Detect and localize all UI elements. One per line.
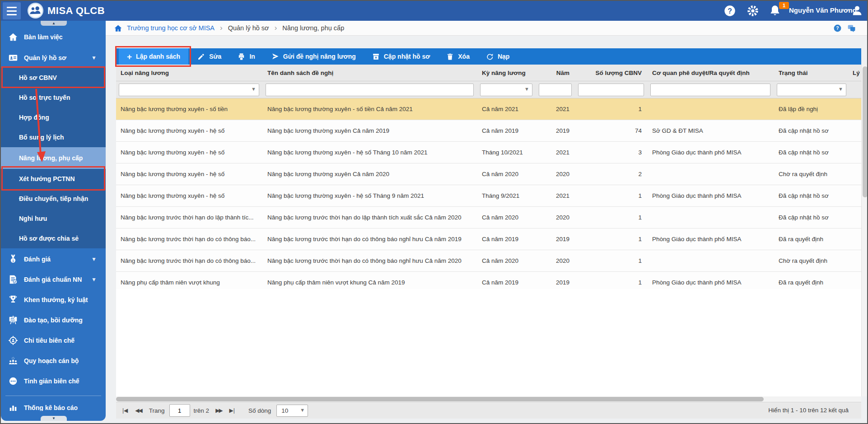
chevron-down-icon: ▼: [91, 276, 97, 283]
misa-logo-icon: [27, 2, 44, 19]
sidebar-item-tinh-gian-bien-che[interactable]: Tinh giản biên chế: [1, 371, 106, 391]
sidebar-item-ho-so-truc-tuyen[interactable]: Hồ sơ trực tuyến: [1, 88, 106, 107]
breadcrumb: Trường trung học cơ sở MISA › Quản lý hồ…: [106, 21, 868, 36]
sidebar-item-hop-dong[interactable]: Hợp đồng: [1, 107, 106, 127]
edit-button[interactable]: Sửa: [197, 53, 221, 61]
sidebar-item-quy-hoach-can-bo[interactable]: Quy hoạch cán bộ: [1, 351, 106, 371]
table-row[interactable]: Nâng bậc lương trước thời hạn do lập thà…: [116, 207, 861, 228]
table-row[interactable]: Nâng bậc lương trước thời hạn do có thôn…: [116, 250, 861, 272]
next-page-button[interactable]: ▶▶: [215, 407, 222, 414]
col-header-ky-nang-luong[interactable]: Kỳ nâng lương: [477, 70, 536, 76]
filter-status-select[interactable]: ▼: [777, 84, 846, 96]
page-number-input[interactable]: [169, 404, 190, 417]
hamburger-menu-icon[interactable]: [3, 2, 21, 19]
table-filter-row: ▼ ▼ ▼: [116, 81, 861, 98]
sidebar-item-bo-sung-ly-lich[interactable]: Bổ sung lý lịch: [1, 127, 106, 147]
sidebar-item-xet-huong-pctnn[interactable]: Xét hưởng PCTNN: [1, 169, 106, 189]
app-logo: MISA QLCB: [27, 2, 105, 19]
send-proposal-button[interactable]: Gửi đề nghị nâng lương: [271, 53, 356, 61]
sidebar-item-nang-luong-phu-cap[interactable]: Nâng lương, phụ cấp: [1, 147, 106, 169]
col-header-co-quan[interactable]: Cơ quan phê duyệt/Ra quyết định: [648, 70, 774, 76]
sidebar-item-danh-gia[interactable]: 1 Đánh giá ▼: [1, 249, 106, 269]
trash-icon: [446, 53, 454, 61]
breadcrumb-root[interactable]: Trường trung học cơ sở MISA: [127, 24, 215, 32]
pagination-bar: |◀ ◀◀ Trang trên 2 ▶▶ ▶| Số dòng 10 ▼ Hi…: [116, 402, 861, 419]
col-header-ly-do[interactable]: Lý do: [850, 70, 861, 76]
delete-button[interactable]: Xóa: [446, 53, 470, 61]
col-header-so-luong-cbnv[interactable]: Số lượng CBNV: [575, 70, 648, 76]
table-row[interactable]: Nâng bậc lương thường xuyên - hệ số Nâng…: [116, 163, 861, 185]
sidebar-item-nghi-huu[interactable]: Nghỉ hưu: [1, 209, 106, 228]
table-row[interactable]: Nâng bậc lương thường xuyên - số tiền Nâ…: [116, 98, 861, 120]
create-list-button[interactable]: + Lập danh sách: [119, 48, 188, 65]
previous-page-button[interactable]: ◀◀: [135, 407, 141, 414]
filter-type-select[interactable]: ▼: [119, 84, 259, 96]
filter-agency-input[interactable]: [650, 84, 770, 96]
table-empty-area: [116, 289, 861, 396]
sidebar-scroll-down[interactable]: ▼: [41, 416, 67, 421]
svg-text:1: 1: [12, 259, 14, 262]
chevron-down-icon: ▼: [251, 86, 256, 92]
sidebar-item-danh-gia-chuan-nn[interactable]: Đánh giá chuẩn NN ▼: [1, 270, 106, 289]
vertical-scrollbar[interactable]: [861, 65, 868, 396]
document-check-icon: [8, 275, 18, 284]
page-label: Trang: [149, 407, 165, 414]
table-row[interactable]: Nâng bậc lương trước thời hạn do có thôn…: [116, 228, 861, 250]
page-total-label: trên 2: [194, 407, 210, 414]
sidebar-item-ban-lam-viec[interactable]: Bàn làm việc: [1, 27, 106, 47]
breadcrumb-separator: ›: [220, 23, 223, 33]
sidebar-item-ho-so-cbnv[interactable]: Hồ sơ CBNV: [1, 68, 106, 88]
sidebar-item-thong-ke-bao-cao[interactable]: Thống kê báo cáo: [1, 405, 106, 411]
breadcrumb-section[interactable]: Quản lý hồ sơ: [228, 24, 269, 32]
sidebar-item-dao-tao-boi-duong[interactable]: Đào tạo, bồi dưỡng: [1, 310, 106, 330]
horizontal-scrollbar[interactable]: [116, 396, 861, 402]
sidebar-item-chi-tieu-bien-che[interactable]: Chỉ tiêu biên chế: [1, 331, 106, 350]
send-icon: [271, 53, 279, 61]
help-icon[interactable]: ?: [723, 5, 736, 17]
user-avatar-icon[interactable]: [851, 4, 863, 17]
svg-text:?: ?: [728, 7, 732, 15]
update-records-button[interactable]: Cập nhật hồ sơ: [372, 53, 430, 61]
filter-year-input[interactable]: [539, 84, 572, 96]
col-header-loai-nang-luong[interactable]: Loại nâng lương: [116, 70, 263, 76]
refresh-button[interactable]: Nạp: [486, 53, 509, 61]
chevron-down-icon: ▼: [91, 256, 97, 262]
col-header-nam[interactable]: Năm: [536, 70, 575, 76]
feedback-chat-icon[interactable]: [847, 23, 856, 33]
chevron-down-icon: ▼: [524, 86, 529, 92]
refresh-icon: [486, 53, 494, 61]
sidebar-divider: [5, 396, 101, 396]
table-row[interactable]: Nâng bậc lương thường xuyên - hệ số Nâng…: [116, 142, 861, 163]
table-row[interactable]: Nâng bậc lương thường xuyên - hệ số Nâng…: [116, 120, 861, 142]
help-icon[interactable]: ?: [833, 24, 842, 33]
sidebar-item-khen-thuong-ky-luat[interactable]: ★ Khen thưởng, kỷ luật: [1, 290, 106, 310]
filter-name-input[interactable]: [266, 84, 474, 96]
chevron-down-icon: ▼: [838, 86, 843, 92]
gear-icon[interactable]: [747, 5, 759, 17]
sidebar-scroll-up[interactable]: ▲: [41, 21, 67, 26]
trophy-icon: ★: [8, 295, 18, 305]
sidebar-item-dieu-chuyen-tiep-nhan[interactable]: Điều chuyển, tiếp nhận: [1, 189, 106, 209]
last-page-button[interactable]: ▶|: [229, 407, 235, 414]
top-bar: MISA QLCB ? 1 Nguyễn Văn Phương: [1, 1, 867, 21]
chevron-down-icon: ▼: [300, 407, 305, 413]
people-group-icon: [8, 356, 18, 366]
sidebar-item-quan-ly-ho-so[interactable]: Quản lý hồ sơ ▼: [1, 48, 106, 68]
first-page-button[interactable]: |◀: [122, 407, 128, 414]
pencil-icon: [197, 53, 205, 61]
vertical-scrollbar-thumb[interactable]: [863, 66, 868, 197]
toolbar: + Lập danh sách Sửa In Gửi đề nghị nâng …: [116, 48, 861, 65]
rows-per-page-select[interactable]: 10 ▼: [276, 405, 308, 417]
print-button[interactable]: In: [238, 53, 255, 61]
home-icon[interactable]: [114, 24, 122, 33]
sidebar-item-ho-so-duoc-chia-se[interactable]: Hồ sơ được chia sẻ: [1, 228, 106, 248]
user-name[interactable]: Nguyễn Văn Phương: [789, 6, 857, 14]
id-card-icon: [8, 53, 18, 63]
horizontal-scrollbar-thumb[interactable]: [116, 397, 764, 401]
col-header-ten-danh-sach[interactable]: Tên danh sách đề nghị: [263, 70, 477, 76]
filter-period-select[interactable]: ▼: [480, 84, 532, 96]
table-row[interactable]: Nâng bậc lương thường xuyên - hệ số Nâng…: [116, 185, 861, 207]
col-header-trang-thai[interactable]: Trạng thái: [774, 70, 850, 76]
filter-count-input[interactable]: [578, 84, 644, 96]
app-name: MISA QLCB: [47, 5, 105, 17]
